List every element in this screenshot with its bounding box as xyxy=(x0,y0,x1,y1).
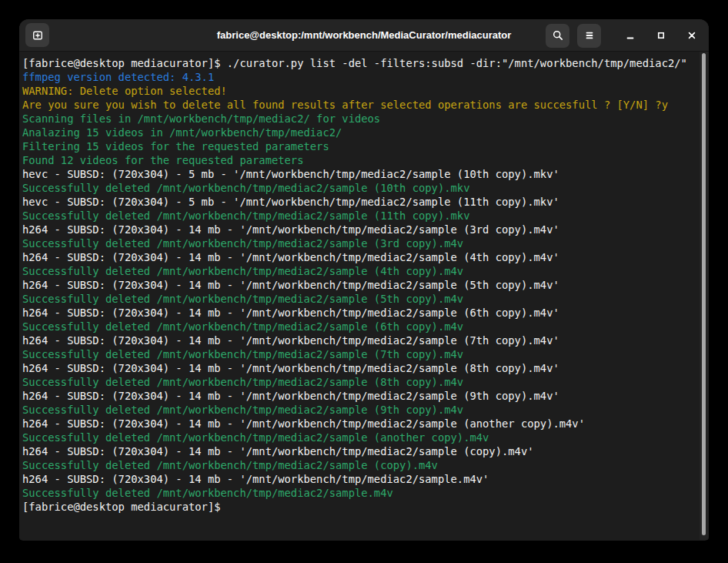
maximize-button[interactable] xyxy=(650,25,672,46)
terminal-window: fabrice@desktop:/mnt/workbench/MediaCura… xyxy=(19,19,709,541)
minimize-button[interactable] xyxy=(619,25,641,46)
terminal-line: Successfully deleted /mnt/workbench/tmp/… xyxy=(22,181,695,195)
terminal-line: Found 12 videos for the requested parame… xyxy=(22,153,695,167)
window-controls xyxy=(619,25,703,46)
terminal-output: [fabrice@desktop mediacurator]$ ./curato… xyxy=(22,56,695,514)
terminal-line: Successfully deleted /mnt/workbench/tmp/… xyxy=(22,403,695,417)
terminal-line: h264 - SUBSD: (720x304) - 14 mb - '/mnt/… xyxy=(22,389,695,403)
terminal-line: Filtering 15 videos for the requested pa… xyxy=(22,139,695,153)
terminal-line: Successfully deleted /mnt/workbench/tmp/… xyxy=(22,486,695,500)
titlebar-controls xyxy=(546,19,703,52)
terminal-line: h264 - SUBSD: (720x304) - 14 mb - '/mnt/… xyxy=(22,472,695,486)
terminal-line: h264 - SUBSD: (720x304) - 14 mb - '/mnt/… xyxy=(22,444,695,458)
terminal-line: h264 - SUBSD: (720x304) - 14 mb - '/mnt/… xyxy=(22,223,695,236)
terminal-screen[interactable]: [fabrice@desktop mediacurator]$ ./curato… xyxy=(19,52,709,540)
menu-button[interactable] xyxy=(577,24,601,48)
close-icon xyxy=(686,29,698,42)
new-tab-button[interactable] xyxy=(25,23,49,47)
scrollbar-thumb[interactable] xyxy=(702,53,706,535)
minimize-icon xyxy=(624,29,636,42)
terminal-line: [fabrice@desktop mediacurator]$ xyxy=(22,500,695,514)
terminal-line: ffmpeg version detected: 4.3.1 xyxy=(22,70,695,84)
terminal-line: Are you sure you wish to delete all foun… xyxy=(22,98,695,112)
terminal-line: hevc - SUBSD: (720x304) - 5 mb - '/mnt/w… xyxy=(22,195,695,209)
terminal-line: Successfully deleted /mnt/workbench/tmp/… xyxy=(22,292,695,306)
desktop-background: fabrice@desktop:/mnt/workbench/MediaCura… xyxy=(0,0,728,563)
terminal-line: h264 - SUBSD: (720x304) - 14 mb - '/mnt/… xyxy=(22,306,695,320)
terminal-line: WARNING: Delete option selected! xyxy=(22,84,695,98)
titlebar[interactable]: fabrice@desktop:/mnt/workbench/MediaCura… xyxy=(19,19,709,52)
terminal-line: Successfully deleted /mnt/workbench/tmp/… xyxy=(22,236,695,250)
hamburger-menu-icon xyxy=(583,29,596,42)
terminal-line: Successfully deleted /mnt/workbench/tmp/… xyxy=(22,347,695,361)
terminal-line: Successfully deleted /mnt/workbench/tmp/… xyxy=(22,320,695,333)
terminal-line: Scanning files in /mnt/workbench/tmp/med… xyxy=(22,112,695,126)
scrollbar-track[interactable] xyxy=(700,52,709,540)
terminal-line: [fabrice@desktop mediacurator]$ ./curato… xyxy=(22,56,695,70)
terminal-line: h264 - SUBSD: (720x304) - 14 mb - '/mnt/… xyxy=(22,361,695,375)
terminal-line: Successfully deleted /mnt/workbench/tmp/… xyxy=(22,209,695,223)
search-icon xyxy=(552,29,564,42)
terminal-line: h264 - SUBSD: (720x304) - 14 mb - '/mnt/… xyxy=(22,333,695,347)
new-tab-icon xyxy=(32,29,44,42)
terminal-line: Analazing 15 videos in /mnt/workbench/tm… xyxy=(22,126,695,139)
terminal-line: h264 - SUBSD: (720x304) - 14 mb - '/mnt/… xyxy=(22,250,695,264)
terminal-line: Successfully deleted /mnt/workbench/tmp/… xyxy=(22,264,695,278)
close-button[interactable] xyxy=(681,25,703,46)
terminal-line: h264 - SUBSD: (720x304) - 14 mb - '/mnt/… xyxy=(22,278,695,292)
terminal-line: Successfully deleted /mnt/workbench/tmp/… xyxy=(22,458,695,472)
terminal-line: h264 - SUBSD: (720x304) - 14 mb - '/mnt/… xyxy=(22,417,695,431)
terminal-line: hevc - SUBSD: (720x304) - 5 mb - '/mnt/w… xyxy=(22,167,695,181)
terminal-line: Successfully deleted /mnt/workbench/tmp/… xyxy=(22,431,695,444)
maximize-icon xyxy=(655,29,667,42)
terminal-line: Successfully deleted /mnt/workbench/tmp/… xyxy=(22,375,695,389)
search-button[interactable] xyxy=(546,24,569,48)
